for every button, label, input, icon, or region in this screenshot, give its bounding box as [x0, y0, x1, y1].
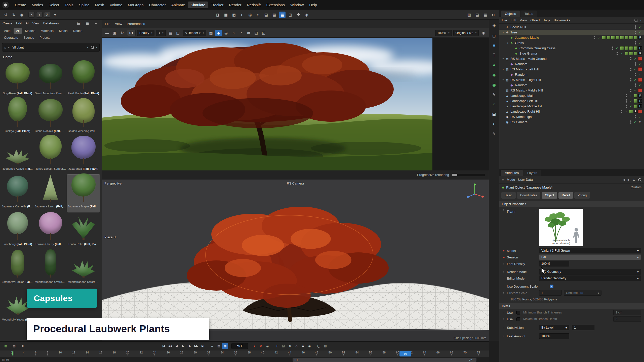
circle-tool-icon[interactable]: ○	[491, 101, 497, 108]
pose-library-icon[interactable]: ▦	[3, 343, 9, 349]
axis-lock-y[interactable]: Y	[36, 12, 43, 18]
film-slate-icon[interactable]: ▬	[104, 30, 110, 36]
spline-pen-icon[interactable]: ✎	[491, 91, 497, 98]
material-tag-icon[interactable]	[620, 36, 624, 39]
prev-frame-icon[interactable]: ◀|	[174, 343, 180, 349]
parent-object-icon[interactable]: ▲	[632, 178, 635, 182]
size-dropdown[interactable]: Original Size▾	[453, 30, 479, 36]
modeling-settings-icon[interactable]: ◉	[303, 12, 310, 18]
axis-lock-z[interactable]: Z	[44, 12, 50, 18]
axis-modify-icon[interactable]: ✚	[295, 12, 302, 18]
next-key-icon[interactable]: ▶▶	[193, 343, 199, 349]
menu-item-mograph[interactable]: MoGraph	[125, 2, 146, 8]
asset-plant-golden-weeping-willow[interactable]: Golden Weeping Willow (Fall, Plant)	[67, 99, 100, 137]
noise-preview-icon[interactable]: ◎	[223, 30, 229, 36]
menu-item-mesh[interactable]: Mesh	[92, 2, 107, 8]
visibility-dots-icon[interactable]	[630, 120, 631, 124]
redshift-tag-icon[interactable]	[638, 78, 642, 82]
object-row-japanese-maple[interactable]: ♣Japanese Maple✓F	[499, 35, 644, 40]
thumb-view-icon[interactable]: ▤	[75, 20, 82, 27]
enabled-check-icon[interactable]: ✓	[634, 78, 636, 82]
stereo-view-icon[interactable]: ◔	[238, 30, 245, 36]
menu-item-character[interactable]: Character	[146, 2, 169, 8]
material-tag-icon[interactable]	[634, 99, 637, 103]
asset-search-bar[interactable]: ⌂ ▸ fall plant × ▾	[2, 43, 100, 52]
visibility-dots-icon[interactable]	[635, 41, 636, 44]
menu-item-create[interactable]: Create	[12, 2, 29, 8]
play-icon[interactable]: ▶	[180, 343, 186, 349]
asset-filter-nodes[interactable]: Nodes	[71, 28, 85, 34]
magic-solo-icon[interactable]: ◎	[247, 12, 253, 18]
menu-item-animate[interactable]: Animate	[169, 2, 188, 8]
history-back-icon[interactable]: ◀	[623, 178, 625, 182]
redshift-tag-icon[interactable]	[638, 57, 642, 61]
enabled-check-icon[interactable]: ✓	[634, 120, 636, 124]
asset-plant-juneberry[interactable]: Juneberry (Fall, Plant)	[1, 212, 34, 250]
material-tag-icon[interactable]	[625, 36, 628, 39]
asset-plant-japanese-maple[interactable]: Japanese Maple (Fall, Plant)	[67, 174, 100, 212]
object-menu-bookmarks[interactable]: Bookmarks	[554, 18, 570, 22]
leaf-amount-field[interactable]: 100 %	[539, 333, 569, 339]
material-tag-icon[interactable]	[607, 36, 610, 39]
enabled-check-icon[interactable]: ✓	[616, 47, 618, 50]
attr-section-tab-coordinates[interactable]: Coordinates	[517, 192, 540, 199]
menu-item-select[interactable]: Select	[46, 2, 62, 8]
ruler-mode-icon[interactable]: ▤	[216, 343, 222, 349]
asset-menu-databases[interactable]: Databases	[43, 21, 59, 25]
panel-options-icon[interactable]: ≡	[93, 20, 99, 27]
enhanced-opengl-icon[interactable]: ◆	[215, 30, 222, 36]
kf-pla-icon[interactable]: ◆	[300, 343, 306, 349]
model-cube-icon[interactable]: ■	[491, 42, 497, 49]
kf-scale-icon[interactable]: ◱	[280, 343, 286, 349]
menu-item-tracker[interactable]: Tracker	[208, 2, 226, 8]
record-icon[interactable]: ●	[251, 343, 257, 349]
text-tool-icon[interactable]: T	[491, 52, 497, 59]
timeline-scrubber[interactable]: 60	[399, 351, 411, 356]
visibility-dots-icon[interactable]	[635, 83, 636, 87]
render-settings-icon[interactable]: ◩	[231, 12, 237, 18]
render-target-dropdown[interactable]: < Render >▾	[183, 30, 206, 36]
object-row-rs-camera[interactable]: ◉RS Camera✓⊕	[499, 119, 644, 125]
object-row-landscape-main[interactable]: ▲Landscape Main✓F	[499, 93, 644, 98]
object-filter-icon[interactable]: ▾	[640, 19, 641, 22]
menu-item-render[interactable]: Render	[226, 2, 244, 8]
plant-expand-icon[interactable]: ›	[536, 209, 539, 212]
viewport-layout-icon[interactable]: ◱	[261, 30, 267, 36]
material-tag-icon[interactable]	[625, 46, 628, 50]
object-row-focus-null[interactable]: ✚Focus Null✓	[499, 24, 644, 30]
solo-toggle-icon[interactable]: ◯	[316, 343, 322, 349]
anim-dot-icon[interactable]: ○	[503, 318, 507, 320]
anim-dot-icon[interactable]: ○	[503, 292, 507, 294]
attribute-menu-icon[interactable]: ≡	[502, 178, 504, 182]
render-region-icon[interactable]: ▣	[111, 30, 118, 36]
viewport-menu-file[interactable]: File	[105, 22, 110, 26]
detail-header[interactable]: Detail	[499, 303, 644, 309]
model-dropdown[interactable]: Variant 3 Full-Grown▾	[539, 248, 641, 253]
expand-caret-icon[interactable]: ▾	[506, 42, 509, 44]
range-start-label[interactable]: 0 F	[295, 358, 299, 361]
asset-filter-media[interactable]: Media	[57, 28, 70, 34]
asset-plant-lombardy-poplar[interactable]: Lombardy Poplar (Fall, Plant)	[1, 250, 34, 288]
current-frame-field[interactable]: 60 F	[231, 343, 248, 349]
object-properties-header[interactable]: Object Properties	[499, 201, 644, 207]
asset-filter-auto[interactable]: Auto	[2, 28, 13, 34]
menu-item-simulate[interactable]: Simulate	[188, 2, 208, 8]
camera-name-label[interactable]: RS Camera	[287, 182, 304, 185]
home-icon[interactable]: ⌂	[4, 46, 6, 49]
plant-preview-thumbnail[interactable]: Japanese Maple (Acer palmatum)	[539, 209, 583, 246]
kf-parameter-icon[interactable]: ◇	[293, 343, 299, 349]
field-tag-icon[interactable]: F	[638, 36, 642, 39]
object-row-common-quaking-grass[interactable]: ♣Common Quaking Grass✓F	[499, 46, 644, 51]
object-row-landscape-left-hill[interactable]: ▲Landscape Left Hill✓F	[499, 98, 644, 104]
attr-section-tab-phong[interactable]: Phong	[574, 192, 590, 199]
live-selection-icon[interactable]: ◉	[19, 12, 25, 18]
anim-dot-icon[interactable]: ○	[503, 277, 507, 280]
mode-dropdown[interactable]: Mode	[507, 178, 515, 182]
layer-toggle-icon[interactable]: ▤	[11, 343, 17, 349]
material-tag-icon[interactable]	[602, 36, 606, 39]
range-end-label[interactable]: 72 F	[469, 358, 474, 361]
material-tag-icon[interactable]	[625, 52, 628, 55]
anim-dot-icon[interactable]: ○	[503, 270, 507, 273]
attr-section-tab-detail[interactable]: Detail	[558, 192, 573, 199]
tab-attributes[interactable]: Attributes	[501, 170, 523, 176]
